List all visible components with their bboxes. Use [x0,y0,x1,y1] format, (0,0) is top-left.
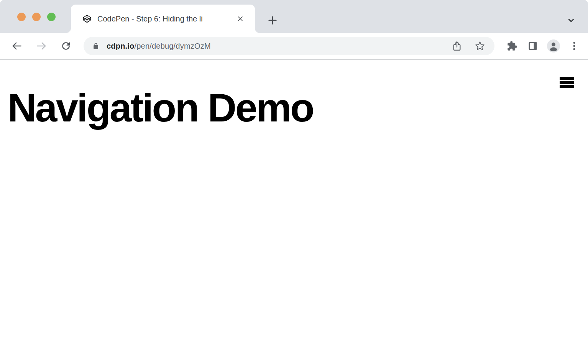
codepen-logo-icon [82,14,92,23]
url-text: cdpn.io/pen/debug/dymzOzM [107,42,211,51]
tab-strip: CodePen - Step 6: Hiding the li [0,0,588,33]
zoom-window-button[interactable] [47,13,56,21]
traffic-lights [17,13,56,21]
extensions-puzzle-icon[interactable] [504,38,521,54]
close-tab-icon[interactable] [235,13,246,24]
profile-avatar-icon[interactable] [545,38,562,54]
close-window-button[interactable] [17,13,26,21]
tab-title-fade [214,14,231,24]
reload-icon[interactable] [57,38,74,54]
new-tab-icon[interactable] [266,14,279,27]
page-content: Navigation Demo [0,60,588,363]
chevron-down-icon[interactable] [565,14,577,26]
lock-icon[interactable] [92,42,100,50]
tab-title: CodePen - Step 6: Hiding the li [97,14,231,24]
back-icon[interactable] [8,38,25,54]
hamburger-bar [560,81,574,84]
star-icon[interactable] [474,40,486,52]
browser-window: CodePen - Step 6: Hiding the li [0,0,588,364]
side-panel-icon[interactable] [524,38,541,54]
page-title: Navigation Demo [8,86,313,130]
browser-tab[interactable]: CodePen - Step 6: Hiding the li [71,5,255,33]
hamburger-bar [560,77,574,80]
url-domain: cdpn.io [107,42,135,50]
three-dot-menu-icon[interactable] [566,38,583,54]
share-icon[interactable] [451,40,463,52]
hamburger-icon[interactable] [560,77,574,88]
browser-toolbar: cdpn.io/pen/debug/dymzOzM [0,33,588,60]
url-path: /pen/debug/dymzOzM [135,42,211,50]
minimize-window-button[interactable] [32,13,41,21]
address-bar[interactable]: cdpn.io/pen/debug/dymzOzM [84,37,494,55]
forward-icon[interactable] [33,38,50,54]
hamburger-bar [560,85,574,88]
